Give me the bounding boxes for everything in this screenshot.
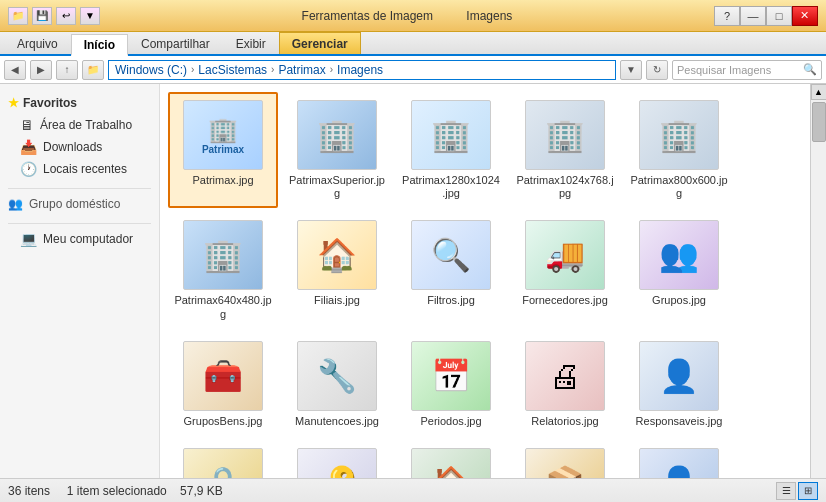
undo-icon[interactable]: ↩ bbox=[56, 7, 76, 25]
file-label-patrimax: Patrimax.jpg bbox=[192, 174, 253, 187]
path-patrimax[interactable]: Patrimax bbox=[278, 63, 325, 77]
status-count: 36 itens 1 item selecionado 57,9 KB bbox=[8, 484, 223, 498]
file-thumb-filtros: 🔍 bbox=[411, 220, 491, 290]
sidebar-item-computer-label: Meu computador bbox=[43, 232, 133, 246]
title-bar-left: 📁 💾 ↩ ▼ bbox=[8, 7, 100, 25]
file-item-fornecedores[interactable]: 🚚 Fornecedores.jpg bbox=[510, 212, 620, 328]
path-windows[interactable]: Windows (C:) bbox=[115, 63, 187, 77]
file-item-relatorios[interactable]: 🖨 Relatorios.jpg bbox=[510, 333, 620, 436]
path-imagens[interactable]: Imagens bbox=[337, 63, 383, 77]
file-thumb-gruposbens: 🧰 bbox=[183, 341, 263, 411]
scrollbar: ▲ bbox=[810, 84, 826, 478]
sidebar-item-downloads-label: Downloads bbox=[43, 140, 102, 154]
tab-exibir[interactable]: Exibir bbox=[223, 32, 279, 54]
file-label-periodos: Periodos.jpg bbox=[420, 415, 481, 428]
file-label-800: Patrimax800x600.jpg bbox=[630, 174, 728, 200]
file-label-responsaveis: Responsaveis.jpg bbox=[636, 415, 723, 428]
tab-compartilhar[interactable]: Compartilhar bbox=[128, 32, 223, 54]
file-label-relatorios: Relatorios.jpg bbox=[531, 415, 598, 428]
forward-button[interactable]: ▶ bbox=[30, 60, 52, 80]
computer-section: 💻 Meu computador bbox=[0, 228, 159, 250]
minimize-button[interactable]: — bbox=[740, 6, 766, 26]
maximize-button[interactable]: □ bbox=[766, 6, 792, 26]
sidebar-item-recent[interactable]: 🕐 Locais recentes bbox=[0, 158, 159, 180]
file-label-1024: Patrimax1024x768.jpg bbox=[516, 174, 614, 200]
sidebar-item-desktop[interactable]: 🖥 Área de Trabalho bbox=[0, 114, 159, 136]
main-layout: ★ Favoritos 🖥 Área de Trabalho 📥 Downloa… bbox=[0, 84, 826, 478]
refresh-button[interactable]: ↻ bbox=[646, 60, 668, 80]
close-button[interactable]: ✕ bbox=[792, 6, 818, 26]
window-controls: ? — □ ✕ bbox=[714, 6, 818, 26]
view-list-button[interactable]: ☰ bbox=[776, 482, 796, 500]
window-title: Ferramentas de Imagem Imagens bbox=[302, 9, 513, 23]
file-item-1280[interactable]: 🏢 Patrimax1280x1024.jpg bbox=[396, 92, 506, 208]
file-thumb-fornecedores: 🚚 bbox=[525, 220, 605, 290]
folder-icon[interactable]: 📁 bbox=[8, 7, 28, 25]
file-thumb-responsaveis: 👤 bbox=[639, 341, 719, 411]
downloads-icon: 📥 bbox=[20, 139, 37, 155]
path-dropdown[interactable]: ▼ bbox=[620, 60, 642, 80]
sidebar-item-desktop-label: Área de Trabalho bbox=[40, 118, 132, 132]
file-label-gruposbens: GruposBens.jpg bbox=[184, 415, 263, 428]
tab-inicio[interactable]: Início bbox=[71, 34, 128, 56]
favorites-section: ★ Favoritos 🖥 Área de Trabalho 📥 Downloa… bbox=[0, 92, 159, 180]
file-item-usuarios[interactable]: 👤 Usuarios.jpg bbox=[624, 440, 734, 478]
file-item-patrimax-superior[interactable]: 🏢 PatrimaxSuperior.jpg bbox=[282, 92, 392, 208]
file-thumb-manutencoes: 🔧 bbox=[297, 341, 377, 411]
file-item-gruposbens[interactable]: 🧰 GruposBens.jpg bbox=[168, 333, 278, 436]
file-item-trocarsenha[interactable]: 🔑 TrocarSenha.jpg bbox=[282, 440, 392, 478]
sidebar-item-downloads[interactable]: 📥 Downloads bbox=[0, 136, 159, 158]
file-thumb-1024: 🏢 bbox=[525, 100, 605, 170]
sidebar-item-computer[interactable]: 💻 Meu computador bbox=[0, 228, 159, 250]
file-label-1280: Patrimax1280x1024.jpg bbox=[402, 174, 500, 200]
ribbon-tabs: Arquivo Início Compartilhar Exibir Geren… bbox=[0, 32, 826, 56]
file-item-grupos[interactable]: 👥 Grupos.jpg bbox=[624, 212, 734, 328]
scrollbar-thumb[interactable] bbox=[812, 102, 826, 142]
tab-gerenciar[interactable]: Gerenciar bbox=[279, 32, 361, 54]
address-path[interactable]: Windows (C:) › LacSistemas › Patrimax › … bbox=[108, 60, 616, 80]
file-thumb-1280: 🏢 bbox=[411, 100, 491, 170]
search-placeholder: Pesquisar Imagens bbox=[677, 64, 803, 76]
sidebar-item-recent-label: Locais recentes bbox=[43, 162, 127, 176]
file-thumb-relatorios: 🖨 bbox=[525, 341, 605, 411]
view-grid-button[interactable]: ⊞ bbox=[798, 482, 818, 500]
back-button[interactable]: ◀ bbox=[4, 60, 26, 80]
save-icon[interactable]: 💾 bbox=[32, 7, 52, 25]
file-label-filiais: Filiais.jpg bbox=[314, 294, 360, 307]
favorites-header[interactable]: ★ Favoritos bbox=[0, 92, 159, 114]
help-button[interactable]: ? bbox=[714, 6, 740, 26]
file-item-filtros[interactable]: 🔍 Filtros.jpg bbox=[396, 212, 506, 328]
status-view-buttons: ☰ ⊞ bbox=[776, 482, 818, 500]
file-label-filtros: Filtros.jpg bbox=[427, 294, 475, 307]
file-item-800[interactable]: 🏢 Patrimax800x600.jpg bbox=[624, 92, 734, 208]
file-item-patrimax[interactable]: 🏢 Patrimax Patrimax.jpg bbox=[168, 92, 278, 208]
file-item-periodos[interactable]: 📅 Periodos.jpg bbox=[396, 333, 506, 436]
file-label-manutencoes: Manutencoes.jpg bbox=[295, 415, 379, 428]
title-bar: 📁 💾 ↩ ▼ Ferramentas de Imagem Imagens ? … bbox=[0, 0, 826, 32]
group-header[interactable]: 👥 Grupo doméstico bbox=[0, 193, 159, 215]
file-thumb-filiais: 🏠 bbox=[297, 220, 377, 290]
group-label: Grupo doméstico bbox=[29, 197, 120, 211]
up-button[interactable]: ↑ bbox=[56, 60, 78, 80]
file-item-unidadesmedida[interactable]: 📦 UnidadesMedida.jpg bbox=[510, 440, 620, 478]
file-item-640[interactable]: 🏢 Patrimax640x480.jpg bbox=[168, 212, 278, 328]
file-item-1024[interactable]: 🏢 Patrimax1024x768.jpg bbox=[510, 92, 620, 208]
file-thumb-640: 🏢 bbox=[183, 220, 263, 290]
star-icon: ★ bbox=[8, 96, 19, 110]
file-thumb-800: 🏢 bbox=[639, 100, 719, 170]
file-thumb-seguradoras: 🔒 bbox=[183, 448, 263, 478]
tab-arquivo[interactable]: Arquivo bbox=[4, 32, 71, 54]
sidebar: ★ Favoritos 🖥 Área de Trabalho 📥 Downloa… bbox=[0, 84, 160, 478]
path-lacsistemas[interactable]: LacSistemas bbox=[198, 63, 267, 77]
file-item-manutencoes[interactable]: 🔧 Manutencoes.jpg bbox=[282, 333, 392, 436]
search-icon: 🔍 bbox=[803, 63, 817, 76]
file-item-responsaveis[interactable]: 👤 Responsaveis.jpg bbox=[624, 333, 734, 436]
search-box[interactable]: Pesquisar Imagens 🔍 bbox=[672, 60, 822, 80]
file-item-filiais[interactable]: 🏠 Filiais.jpg bbox=[282, 212, 392, 328]
file-grid: 🏢 Patrimax Patrimax.jpg 🏢 PatrimaxSuperi… bbox=[168, 92, 802, 478]
file-item-seguradoras[interactable]: 🔒 Seguradoras.jpg bbox=[168, 440, 278, 478]
file-item-unidades[interactable]: 🏠 Unidades.jpg bbox=[396, 440, 506, 478]
dropdown-icon[interactable]: ▼ bbox=[80, 7, 100, 25]
scrollbar-up[interactable]: ▲ bbox=[811, 84, 827, 100]
favorites-label: Favoritos bbox=[23, 96, 77, 110]
